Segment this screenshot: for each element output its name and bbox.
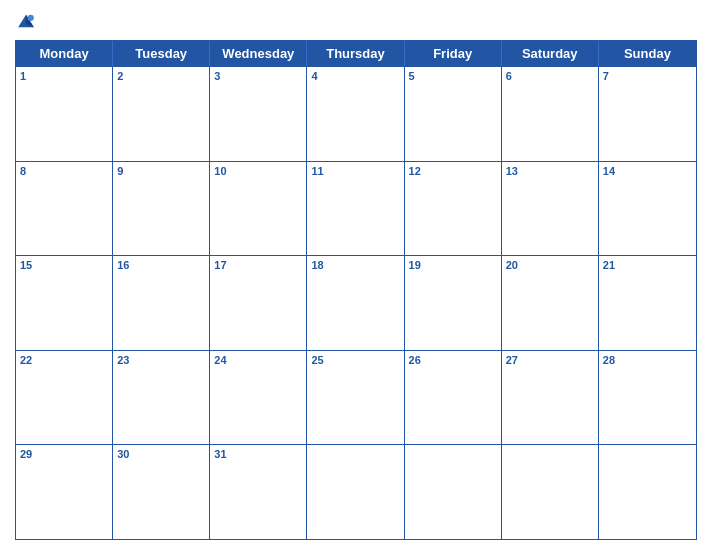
calendar-grid: MondayTuesdayWednesdayThursdayFridaySatu…: [15, 40, 697, 540]
cal-cell-3: 3: [210, 67, 307, 161]
cal-cell-31: 31: [210, 445, 307, 539]
date-number: 19: [409, 258, 497, 273]
day-header-thursday: Thursday: [307, 41, 404, 66]
cal-cell-14: 14: [599, 162, 696, 256]
date-number: 9: [117, 164, 205, 179]
cal-cell-16: 16: [113, 256, 210, 350]
date-number: 3: [214, 69, 302, 84]
cal-cell-empty: [307, 445, 404, 539]
cal-cell-25: 25: [307, 351, 404, 445]
day-header-friday: Friday: [405, 41, 502, 66]
date-number: 14: [603, 164, 692, 179]
date-number: 23: [117, 353, 205, 368]
date-number: 31: [214, 447, 302, 462]
date-number: 6: [506, 69, 594, 84]
date-number: 4: [311, 69, 399, 84]
week-row-1: 1234567: [16, 66, 696, 161]
cal-cell-22: 22: [16, 351, 113, 445]
date-number: 17: [214, 258, 302, 273]
date-number: 1: [20, 69, 108, 84]
date-number: 21: [603, 258, 692, 273]
cal-cell-30: 30: [113, 445, 210, 539]
cal-cell-7: 7: [599, 67, 696, 161]
cal-cell-empty: [405, 445, 502, 539]
date-number: 5: [409, 69, 497, 84]
cal-cell-8: 8: [16, 162, 113, 256]
day-header-tuesday: Tuesday: [113, 41, 210, 66]
cal-cell-empty: [502, 445, 599, 539]
date-number: 8: [20, 164, 108, 179]
cal-cell-21: 21: [599, 256, 696, 350]
cal-cell-17: 17: [210, 256, 307, 350]
cal-cell-23: 23: [113, 351, 210, 445]
calendar-header: [15, 10, 697, 32]
day-header-monday: Monday: [16, 41, 113, 66]
date-number: 11: [311, 164, 399, 179]
date-number: 28: [603, 353, 692, 368]
date-number: 29: [20, 447, 108, 462]
cal-cell-1: 1: [16, 67, 113, 161]
date-number: 25: [311, 353, 399, 368]
cal-cell-10: 10: [210, 162, 307, 256]
date-number: 18: [311, 258, 399, 273]
cal-cell-2: 2: [113, 67, 210, 161]
cal-cell-19: 19: [405, 256, 502, 350]
cal-cell-20: 20: [502, 256, 599, 350]
date-number: 2: [117, 69, 205, 84]
date-number: 13: [506, 164, 594, 179]
date-number: 16: [117, 258, 205, 273]
cal-cell-12: 12: [405, 162, 502, 256]
week-row-3: 15161718192021: [16, 255, 696, 350]
logo-icon: [15, 10, 37, 32]
cal-cell-13: 13: [502, 162, 599, 256]
cal-cell-29: 29: [16, 445, 113, 539]
date-number: 7: [603, 69, 692, 84]
day-header-wednesday: Wednesday: [210, 41, 307, 66]
date-number: 30: [117, 447, 205, 462]
date-number: 15: [20, 258, 108, 273]
week-row-5: 293031: [16, 444, 696, 539]
cal-cell-28: 28: [599, 351, 696, 445]
calendar-days-header: MondayTuesdayWednesdayThursdayFridaySatu…: [16, 41, 696, 66]
cal-cell-24: 24: [210, 351, 307, 445]
cal-cell-5: 5: [405, 67, 502, 161]
cal-cell-4: 4: [307, 67, 404, 161]
calendar-page: MondayTuesdayWednesdayThursdayFridaySatu…: [0, 0, 712, 550]
logo: [15, 10, 43, 32]
svg-point-3: [28, 15, 34, 21]
date-number: 12: [409, 164, 497, 179]
cal-cell-18: 18: [307, 256, 404, 350]
day-header-sunday: Sunday: [599, 41, 696, 66]
date-number: 22: [20, 353, 108, 368]
cal-cell-26: 26: [405, 351, 502, 445]
date-number: 20: [506, 258, 594, 273]
day-header-saturday: Saturday: [502, 41, 599, 66]
week-row-2: 891011121314: [16, 161, 696, 256]
date-number: 24: [214, 353, 302, 368]
date-number: 27: [506, 353, 594, 368]
cal-cell-6: 6: [502, 67, 599, 161]
cal-cell-empty: [599, 445, 696, 539]
calendar-body: 1234567891011121314151617181920212223242…: [16, 66, 696, 539]
date-number: 10: [214, 164, 302, 179]
cal-cell-11: 11: [307, 162, 404, 256]
cal-cell-15: 15: [16, 256, 113, 350]
week-row-4: 22232425262728: [16, 350, 696, 445]
cal-cell-27: 27: [502, 351, 599, 445]
date-number: 26: [409, 353, 497, 368]
cal-cell-9: 9: [113, 162, 210, 256]
